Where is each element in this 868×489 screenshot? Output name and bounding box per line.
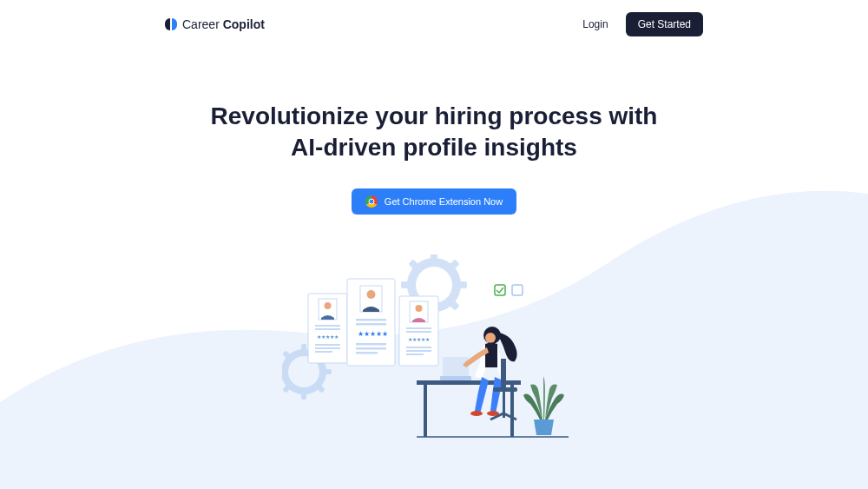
svg-point-53 [485, 333, 496, 343]
svg-rect-1 [301, 344, 306, 353]
header: Career Copilot Login Get Started [0, 0, 868, 49]
svg-rect-30 [406, 327, 431, 329]
logo-icon [165, 18, 177, 30]
svg-rect-25 [315, 347, 340, 349]
svg-rect-26 [315, 351, 332, 353]
svg-rect-31 [406, 331, 431, 333]
chrome-icon [365, 195, 378, 208]
svg-rect-35 [406, 354, 424, 355]
get-started-button[interactable]: Get Started [626, 12, 703, 36]
svg-rect-48 [424, 385, 427, 437]
svg-rect-57 [493, 387, 517, 392]
svg-rect-49 [510, 385, 514, 437]
svg-point-20 [325, 302, 332, 309]
svg-rect-50 [443, 357, 469, 376]
svg-rect-44 [356, 352, 378, 354]
svg-rect-42 [356, 343, 386, 346]
svg-text:★★★★★: ★★★★★ [358, 330, 388, 338]
svg-rect-12 [401, 281, 411, 288]
svg-rect-46 [512, 285, 523, 295]
svg-rect-34 [406, 350, 431, 352]
svg-text:★★★★★: ★★★★★ [317, 334, 339, 340]
svg-point-38 [367, 290, 376, 299]
hero-title: Revolutionize your hiring process with A… [0, 101, 868, 164]
svg-rect-4 [323, 369, 332, 374]
svg-rect-43 [356, 347, 386, 350]
svg-rect-45 [495, 285, 505, 295]
svg-rect-33 [406, 347, 431, 348]
svg-rect-13 [457, 281, 467, 288]
chrome-extension-button[interactable]: Get Chrome Extension Now [352, 188, 516, 215]
svg-point-54 [470, 411, 483, 416]
svg-rect-56 [501, 359, 506, 389]
hero-section: Revolutionize your hiring process with A… [0, 49, 868, 215]
svg-rect-22 [315, 328, 340, 330]
svg-point-29 [416, 305, 423, 312]
hero-illustration: ★★★★★ ★★★★★ ★★★★★ [282, 254, 586, 463]
svg-rect-39 [356, 319, 386, 321]
svg-rect-40 [356, 323, 386, 326]
svg-rect-3 [282, 369, 285, 374]
login-link[interactable]: Login [582, 18, 608, 30]
svg-rect-51 [440, 376, 471, 380]
nav-actions: Login Get Started [582, 12, 703, 36]
svg-text:★★★★★: ★★★★★ [408, 337, 430, 342]
logo-text: Career Copilot [182, 17, 265, 31]
svg-rect-21 [315, 325, 340, 327]
logo[interactable]: Career Copilot [165, 17, 265, 31]
svg-rect-10 [431, 254, 437, 262]
svg-rect-24 [315, 344, 340, 346]
svg-rect-2 [301, 391, 306, 400]
